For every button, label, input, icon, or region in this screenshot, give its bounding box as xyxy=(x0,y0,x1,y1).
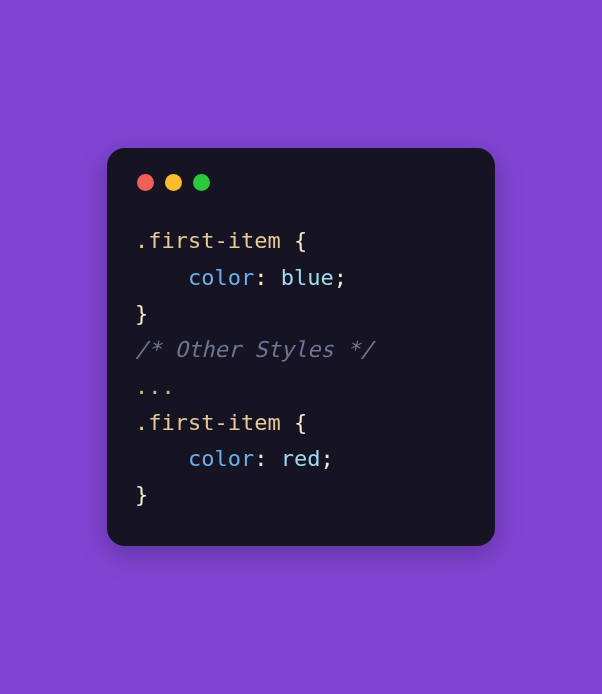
brace-close: } xyxy=(135,301,148,326)
indent xyxy=(135,265,188,290)
window-controls xyxy=(137,174,467,191)
indent xyxy=(135,446,188,471)
brace-open: { xyxy=(281,410,308,435)
semicolon: ; xyxy=(320,446,333,471)
semicolon: ; xyxy=(334,265,347,290)
ellipsis: ... xyxy=(135,374,175,399)
code-block: .first-item { color: blue; } /* Other St… xyxy=(135,223,467,513)
colon: : xyxy=(254,446,281,471)
css-value: red xyxy=(281,446,321,471)
css-comment: /* Other Styles */ xyxy=(135,337,373,362)
css-selector: .first-item xyxy=(135,410,281,435)
brace-open: { xyxy=(281,228,308,253)
maximize-icon[interactable] xyxy=(193,174,210,191)
css-property: color xyxy=(188,446,254,471)
code-editor-window: .first-item { color: blue; } /* Other St… xyxy=(107,148,495,545)
css-property: color xyxy=(188,265,254,290)
minimize-icon[interactable] xyxy=(165,174,182,191)
close-icon[interactable] xyxy=(137,174,154,191)
css-value: blue xyxy=(281,265,334,290)
colon: : xyxy=(254,265,281,290)
css-selector: .first-item xyxy=(135,228,281,253)
brace-close: } xyxy=(135,482,148,507)
